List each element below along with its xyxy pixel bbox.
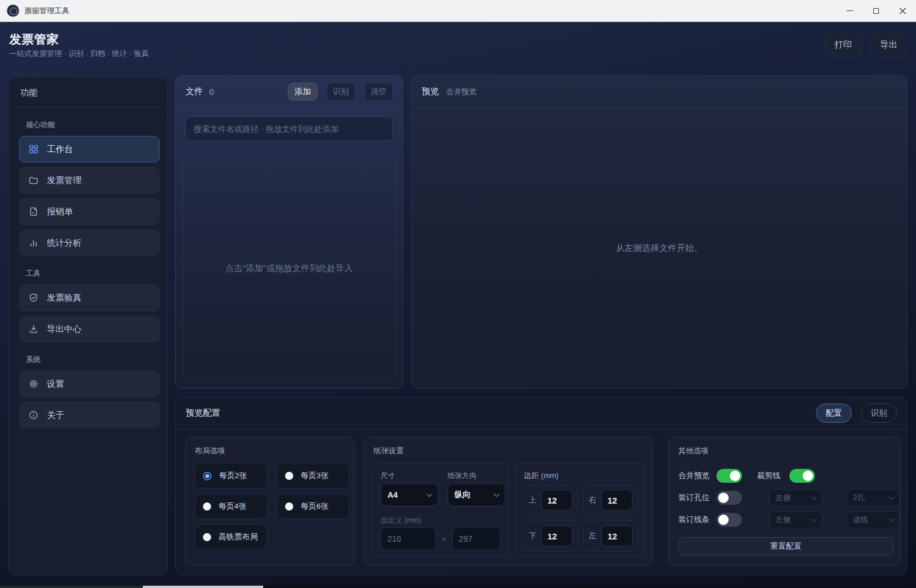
files-panel-title: 文件 [186, 86, 203, 97]
punch-toggle[interactable] [716, 491, 742, 505]
times-symbol: × [442, 535, 446, 543]
sidebar-item-workbench[interactable]: 工作台 [19, 136, 160, 162]
download-icon [28, 324, 39, 334]
export-button[interactable]: 导出 [870, 32, 907, 57]
binding-line-label: 装订线条 [678, 515, 710, 525]
size-label: 尺寸 [381, 471, 438, 481]
file-dropzone[interactable]: 点击"添加"或拖放文件到此处导入 [183, 156, 396, 381]
sidebar-item-invoice-verify[interactable]: 发票验真 [19, 284, 160, 311]
binding-line-toggle[interactable] [716, 513, 742, 527]
paper-card-title: 纸张设置 [374, 446, 404, 456]
sidebar-item-reimbursement[interactable]: 报销单 [19, 198, 160, 225]
crop-line-toggle[interactable] [789, 469, 815, 483]
sidebar-group-system: 系统 [26, 355, 157, 365]
margin-right-input[interactable] [601, 490, 633, 511]
search-input[interactable] [185, 116, 393, 141]
merge-preview-toggle[interactable] [716, 469, 742, 483]
sidebar-title: 功能 [9, 77, 167, 108]
margins-box: 边距 (mm) 上 右 下 [516, 463, 645, 557]
preview-panel: 预览 合并预览 从左侧选择文件开始。 [411, 75, 907, 389]
radio-icon [203, 533, 211, 541]
layout-option-4-per-page[interactable]: 每页4张 [195, 494, 267, 519]
sidebar-item-export-center[interactable]: 导出中心 [19, 316, 160, 342]
files-panel: 文件 0 添加 识别 清空 点击"添加"或拖放文件到此处导入 [175, 75, 403, 389]
shield-check-icon [28, 293, 39, 303]
maximize-button[interactable] [863, 0, 889, 21]
page-title: 发票管家 [9, 31, 59, 47]
orientation-select[interactable]: 纵向 [448, 483, 505, 506]
margin-bottom-field: 下 [523, 520, 578, 552]
option-label: 每页3张 [301, 471, 328, 481]
margin-left-input[interactable] [601, 526, 633, 546]
info-icon [28, 410, 39, 420]
grid-icon [28, 144, 39, 154]
app-icon [7, 5, 19, 17]
chevron-down-icon [494, 491, 500, 497]
margin-right-field: 右 [583, 485, 638, 516]
recognize-tab-button[interactable]: 识别 [861, 404, 897, 423]
titlebar: 票据管理工具 [0, 0, 916, 22]
layout-card-title: 布局选项 [195, 446, 225, 456]
minimize-button[interactable] [836, 0, 863, 21]
preview-panel-title: 预览 [422, 86, 439, 97]
taskbar-sliver-left [0, 586, 143, 588]
paper-size-select[interactable]: A4 [381, 483, 438, 506]
clear-button[interactable]: 清空 [364, 83, 393, 101]
margins-title: 边距 (mm) [524, 471, 559, 481]
line-side-select[interactable]: 左侧 [769, 511, 822, 528]
orientation-label: 纸张方向 [448, 471, 505, 481]
margin-top-field: 上 [523, 485, 578, 516]
radio-checked-icon [203, 472, 212, 480]
sidebar-item-invoice-management[interactable]: 发票管理 [19, 167, 160, 194]
recognize-button[interactable]: 识别 [327, 83, 355, 101]
sidebar-item-statistics[interactable]: 统计分析 [19, 230, 160, 256]
sidebar-group-core: 核心功能 [26, 120, 157, 130]
option-label: 每页6张 [301, 501, 328, 512]
crop-line-label: 裁剪线 [757, 471, 782, 481]
custom-height-input[interactable] [452, 527, 501, 550]
close-button[interactable] [889, 0, 916, 21]
margin-left-field: 左 [583, 520, 638, 552]
sidebar-item-settings[interactable]: 设置 [19, 371, 160, 397]
close-icon [899, 8, 906, 14]
radio-icon [203, 502, 211, 511]
margin-top-input[interactable] [541, 490, 573, 511]
nav-label: 工作台 [47, 144, 73, 155]
bar-chart-icon [28, 238, 39, 248]
radio-icon [285, 472, 293, 480]
punch-side-select[interactable]: 左侧 [769, 489, 822, 506]
margin-bottom-input[interactable] [541, 526, 573, 546]
main-area: 发票管家 一站式发票管理 · 识别 · 归档 · 统计 · 验真 打印 导出 功… [0, 22, 916, 588]
document-icon [28, 206, 39, 217]
config-tab-button[interactable]: 配置 [816, 404, 852, 423]
punch-holes-select[interactable]: 2孔 [847, 489, 900, 506]
custom-size-label: 自定义 (mm) [381, 516, 421, 526]
taskbar-sliver-light [143, 586, 263, 588]
custom-width-input[interactable] [381, 527, 436, 550]
print-button[interactable]: 打印 [825, 32, 862, 57]
taskbar-sliver-right [263, 586, 916, 588]
add-button[interactable]: 添加 [288, 83, 317, 101]
preview-empty-text: 从左侧选择文件开始。 [616, 243, 703, 254]
option-label: 每页4张 [219, 501, 246, 512]
layout-option-3-per-page[interactable]: 每页3张 [277, 463, 349, 489]
layout-options-card: 布局选项 每页2张 每页3张 每页4张 [185, 437, 354, 565]
file-count: 0 [209, 87, 214, 97]
other-card-title: 其他选项 [678, 446, 708, 456]
option-label: 每页2张 [219, 471, 247, 481]
chevron-down-icon [889, 516, 895, 522]
config-panel-title: 预览配置 [186, 408, 220, 419]
nav-label: 导出中心 [47, 324, 82, 335]
chevron-down-icon [889, 494, 895, 500]
page-subtitle: 一站式发票管理 · 识别 · 归档 · 统计 · 验真 [9, 49, 149, 59]
preview-empty-state: 从左侧选择文件开始。 [412, 108, 907, 388]
line-style-select[interactable]: 虚线 [847, 511, 900, 528]
layout-option-6-per-page[interactable]: 每页6张 [277, 494, 349, 519]
sidebar-item-about[interactable]: 关于 [19, 402, 160, 428]
reset-config-button[interactable]: 重置配置 [678, 537, 893, 556]
layout-option-2-per-page[interactable]: 每页2张 [195, 463, 267, 489]
maximize-icon [873, 8, 879, 14]
option-label: 高铁票布局 [219, 532, 258, 542]
layout-option-train-ticket[interactable]: 高铁票布局 [195, 524, 267, 550]
nav-label: 关于 [47, 410, 64, 421]
